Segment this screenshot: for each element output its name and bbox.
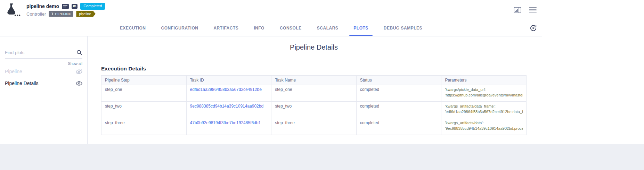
task-id-link[interactable]: 47b0b92e98194f3fbe7be192485f6db1 bbox=[190, 120, 268, 125]
param-line: 'kwargs_artifacts/data': bbox=[445, 120, 523, 126]
param-line: '9ec988385cd94b14a39c10914aa902bd.proces… bbox=[445, 126, 523, 131]
param-line: 'edf6d1aa29864f58b3a567d2ce4912be.data_f… bbox=[445, 109, 523, 115]
controller-label: Controller bbox=[26, 11, 46, 17]
table-row: step_one edf6d1aa29864f58b3a567d2ce4912b… bbox=[101, 85, 527, 102]
tab-plots[interactable]: PLOTS bbox=[346, 20, 376, 36]
cell-parameters: 'kwargs/pickle_data_url': 'https://githu… bbox=[441, 85, 527, 102]
show-all-link[interactable]: Show all bbox=[5, 61, 82, 66]
param-line: 'https://github.com/allegroai/events/raw… bbox=[445, 93, 523, 98]
table-header-row: Pipeline Step Task ID Task Name Status P… bbox=[101, 76, 527, 85]
cell-task-name: step_two bbox=[271, 102, 357, 118]
header-right bbox=[514, 7, 537, 13]
task-id-link[interactable]: edf6d1aa29864f58b3a567d2ce4912be bbox=[190, 87, 268, 92]
task-id-link[interactable]: 9ec988385cd94b14a39c10914aa902bd bbox=[190, 104, 268, 109]
cell-step: step_three bbox=[101, 118, 187, 135]
app: pipeline demo ID Completed Controller ❯ … bbox=[0, 0, 542, 144]
project-tag: ❯ PIPELINE bbox=[49, 11, 73, 16]
caret-icon: ❯ bbox=[51, 12, 54, 16]
tab-debug-samples[interactable]: DEBUG SAMPLES bbox=[376, 20, 430, 36]
tab-console[interactable]: CONSOLE bbox=[272, 20, 309, 36]
divider bbox=[88, 60, 542, 60]
header-left: pipeline demo ID Completed Controller ❯ … bbox=[6, 3, 105, 17]
execution-details-table: Pipeline Step Task ID Task Name Status P… bbox=[101, 75, 527, 135]
col-status: Status bbox=[356, 76, 441, 85]
tab-bar: EXECUTION CONFIGURATION ARTIFACTS INFO C… bbox=[0, 20, 542, 36]
auto-refresh-icon[interactable] bbox=[529, 24, 537, 32]
plot-panel: Pipeline Details Execution Details Pipel… bbox=[88, 36, 542, 144]
cell-parameters: 'kwargs_artifacts/data_frame': 'edf6d1aa… bbox=[441, 102, 527, 118]
cell-step: step_two bbox=[101, 102, 187, 118]
project-tag-label: PIPELINE bbox=[55, 12, 71, 16]
tab-configuration[interactable]: CONFIGURATION bbox=[154, 20, 206, 36]
cell-task-name: step_three bbox=[271, 118, 357, 135]
tab-artifacts[interactable]: ARTIFACTS bbox=[206, 20, 246, 36]
cell-status: completed bbox=[356, 85, 441, 102]
find-plots-input[interactable] bbox=[5, 50, 76, 55]
header-titles: pipeline demo ID Completed Controller ❯ … bbox=[26, 3, 105, 17]
pipeline-tag: pipeline bbox=[76, 11, 95, 17]
pipeline-title: pipeline demo bbox=[26, 3, 59, 9]
content-area: Show all Pipeline Pipeline Details bbox=[0, 36, 542, 144]
search-icon bbox=[76, 50, 82, 56]
sidebar-item-pipeline-details[interactable]: Pipeline Details bbox=[5, 77, 82, 89]
table-row: step_two 9ec988385cd94b14a39c10914aa902b… bbox=[101, 102, 527, 118]
col-parameters: Parameters bbox=[441, 76, 527, 85]
status-badge: Completed bbox=[80, 3, 105, 9]
clearml-logo-icon bbox=[6, 3, 22, 17]
execution-details-section: Execution Details Pipeline Step Task ID … bbox=[101, 66, 527, 135]
sidebar-item-pipeline[interactable]: Pipeline bbox=[5, 66, 82, 77]
param-line: 'kwargs/pickle_data_url': bbox=[445, 87, 523, 93]
eye-icon[interactable] bbox=[76, 81, 82, 86]
section-title: Execution Details bbox=[101, 66, 527, 72]
table-row: step_three 47b0b92e98194f3fbe7be192485f6… bbox=[101, 118, 527, 135]
cell-step: step_one bbox=[101, 85, 187, 102]
details-panel-icon[interactable] bbox=[514, 7, 521, 13]
plots-sidebar: Show all Pipeline Pipeline Details bbox=[0, 36, 88, 144]
subtitle-row: Controller ❯ PIPELINE pipeline bbox=[26, 11, 105, 17]
cell-parameters: 'kwargs_artifacts/data': '9ec988385cd94b… bbox=[441, 118, 527, 135]
col-task-name: Task Name bbox=[271, 76, 357, 85]
console-output-icon[interactable] bbox=[62, 4, 69, 9]
menu-icon[interactable] bbox=[529, 7, 537, 13]
cell-status: completed bbox=[356, 102, 441, 118]
eye-off-icon[interactable] bbox=[76, 69, 82, 74]
param-line: 'kwargs_artifacts/data_frame': bbox=[445, 104, 523, 109]
col-task-id: Task ID bbox=[186, 76, 271, 85]
top-header: pipeline demo ID Completed Controller ❯ … bbox=[0, 0, 542, 20]
title-row: pipeline demo ID Completed bbox=[26, 3, 105, 9]
cell-status: completed bbox=[356, 118, 441, 135]
cell-task-name: step_one bbox=[271, 85, 357, 102]
page-background bbox=[0, 144, 644, 170]
plot-title: Pipeline Details bbox=[101, 43, 527, 51]
tab-execution[interactable]: EXECUTION bbox=[112, 20, 154, 36]
sidebar-item-label: Pipeline Details bbox=[5, 80, 39, 86]
tab-info[interactable]: INFO bbox=[246, 20, 272, 36]
tab-scalars[interactable]: SCALARS bbox=[309, 20, 346, 36]
col-pipeline-step: Pipeline Step bbox=[101, 76, 187, 85]
id-badge[interactable]: ID bbox=[72, 4, 78, 9]
search-row bbox=[5, 50, 82, 59]
sidebar-item-label: Pipeline bbox=[5, 69, 22, 74]
